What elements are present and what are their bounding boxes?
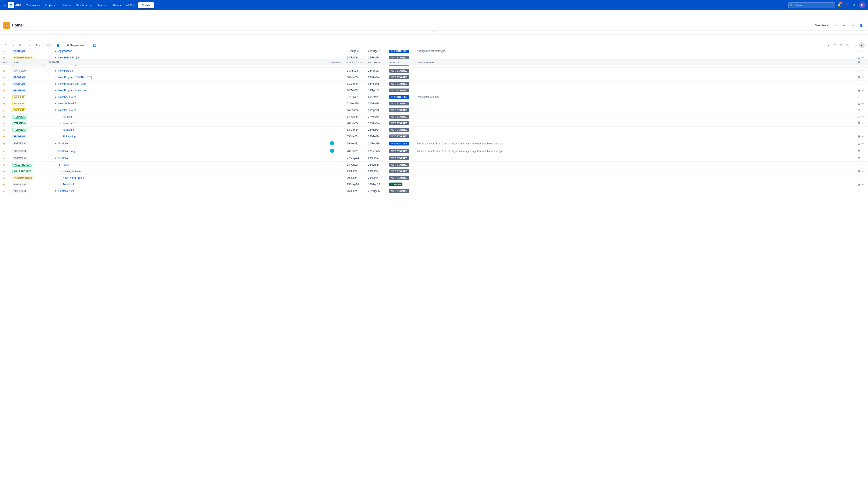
expand-icon[interactable]: — xyxy=(58,121,62,125)
row-name-link[interactable]: New SAFe ART xyxy=(59,102,76,105)
person-assign-button[interactable]: 👤 xyxy=(55,43,61,48)
status-badge[interactable]: NOT STARTED xyxy=(389,82,409,86)
star-icon[interactable]: ★ xyxy=(2,128,5,132)
status-badge[interactable]: NOT STARTED xyxy=(389,115,409,118)
more-action-icon[interactable]: ⋯ xyxy=(861,56,864,59)
row-name-link[interactable]: Iteration 3 xyxy=(63,128,74,131)
expand-icon[interactable]: ▶ xyxy=(54,142,58,146)
avatar-button[interactable]: JD xyxy=(859,2,866,9)
expand-icon[interactable]: ▶ xyxy=(58,163,62,167)
row-name-link[interactable]: Portfolio 1 xyxy=(63,183,74,186)
star-icon[interactable]: ★ xyxy=(2,142,5,145)
expand-icon[interactable]: ▶ xyxy=(54,82,58,86)
expand-icon[interactable]: — xyxy=(58,176,62,180)
nav-projects[interactable]: Projects▾ xyxy=(43,2,59,8)
row-name-link[interactable]: New Program (DOCBP-1575) xyxy=(59,76,92,79)
more-action-icon[interactable]: ⋯ xyxy=(861,183,864,186)
grid-action-icon[interactable]: ⊞ xyxy=(858,122,860,125)
row-name-link[interactable]: New Agile Project xyxy=(63,170,83,173)
share-button[interactable]: ↗ xyxy=(833,22,839,29)
star-icon[interactable]: ★ xyxy=(2,69,5,72)
row-name-link[interactable]: Portfolio - copy xyxy=(59,150,75,153)
page-title-chevron[interactable]: ▾ xyxy=(23,24,24,27)
expand-icon[interactable]: — xyxy=(58,135,62,138)
more-action-icon[interactable]: ⋯ xyxy=(861,163,864,166)
status-badge[interactable]: NOT STARTED xyxy=(389,176,409,180)
nav-teams[interactable]: Teams▾ xyxy=(95,2,109,8)
star-icon[interactable]: ★ xyxy=(2,108,5,112)
nav-apps[interactable]: Apps▾ xyxy=(124,2,136,8)
row-name-link[interactable]: New Portfolio xyxy=(59,69,73,72)
grid-action-icon[interactable]: ⊞ xyxy=(858,176,860,180)
help-button[interactable]: ❓ xyxy=(844,2,850,9)
star-icon[interactable]: ★ xyxy=(2,183,5,186)
more-action-icon[interactable]: ⋯ xyxy=(861,82,864,86)
more-action-icon[interactable]: ⋯ xyxy=(861,189,864,193)
more-toolbar-button[interactable]: ⋯ xyxy=(852,43,858,48)
expand-icon[interactable]: — xyxy=(58,169,62,173)
overview-button[interactable]: ⚏ Overview ▾ xyxy=(809,22,831,28)
search-toolbar-button[interactable]: 🔍 xyxy=(845,43,851,48)
more-action-icon[interactable]: ⋯ xyxy=(861,149,864,153)
star-icon[interactable]: ★ xyxy=(2,157,5,160)
status-badge[interactable]: NOT STARTED xyxy=(389,149,409,153)
row-name-link[interactable]: PI Planning xyxy=(63,135,76,138)
view-compact-button[interactable]: ≡ xyxy=(11,43,16,48)
more-action-icon[interactable]: ⋯ xyxy=(861,76,864,79)
person-button[interactable]: 👤 xyxy=(858,22,865,29)
more-action-icon[interactable]: ⋯ xyxy=(861,108,864,112)
collapse-arrow[interactable]: ▾ xyxy=(433,31,435,34)
expand-icon[interactable]: ▼ xyxy=(54,156,58,160)
view-button[interactable]: 👁 ▾ xyxy=(45,43,53,48)
grid-action-icon[interactable]: ⊞ xyxy=(858,76,860,79)
grid-action-icon[interactable]: ⊞ xyxy=(858,95,860,99)
more-action-icon[interactable]: ⋯ xyxy=(861,102,864,105)
status-badge[interactable]: NOT STARTED xyxy=(389,121,409,125)
expand-all-icon[interactable]: ⊞ xyxy=(49,61,51,64)
status-badge[interactable]: NOT STARTED xyxy=(389,108,409,112)
more-action-icon[interactable]: ⋯ xyxy=(861,135,864,138)
star-button[interactable]: ★ xyxy=(825,43,831,48)
status-badge[interactable]: NOT STARTED xyxy=(389,189,409,193)
grid-action-icon[interactable]: ⊞ xyxy=(858,108,860,112)
star-icon[interactable]: ★ xyxy=(2,89,5,92)
expand-icon[interactable]: ▼ xyxy=(54,189,58,193)
star-icon[interactable]: ★ xyxy=(2,102,5,105)
col-header-name[interactable]: ⊞ NAME xyxy=(46,59,328,66)
col-header-status[interactable]: STATUS xyxy=(387,59,414,66)
jira-logo[interactable]: Jira xyxy=(8,2,21,8)
row-name-link[interactable]: ALFA xyxy=(63,163,69,166)
more-action-icon[interactable]: ⋯ xyxy=(861,122,864,125)
status-badge[interactable]: NOT STARTED xyxy=(389,163,409,167)
notifications-button[interactable]: 🔔 9+ xyxy=(836,2,843,9)
more-action-icon[interactable]: ⋯ xyxy=(861,115,864,118)
star-icon[interactable]: ★ xyxy=(2,82,5,86)
status-badge[interactable]: NOT STARTED xyxy=(389,56,409,60)
expand-icon[interactable]: ▼ xyxy=(54,108,58,112)
expand-icon[interactable]: ▶ xyxy=(54,56,58,60)
row-name-link[interactable]: Iteration xyxy=(63,115,72,118)
view-board-button[interactable]: ⊞ xyxy=(17,43,23,48)
col-header-description[interactable]: DESCRIPTION xyxy=(414,59,855,66)
row-name-link[interactable]: New Program timeboxes xyxy=(59,89,86,92)
expand-icon[interactable]: ▶ xyxy=(54,95,58,99)
star-icon[interactable]: ★ xyxy=(2,149,5,153)
nav-filters[interactable]: Filters▾ xyxy=(60,2,73,8)
search-bar[interactable]: 🔍 xyxy=(788,2,835,8)
col-header-start[interactable]: START DATE xyxy=(344,59,365,66)
status-badge[interactable]: NOT STARTED xyxy=(389,128,409,132)
grid-action-icon[interactable]: ⊞ xyxy=(858,170,860,173)
grid-action-icon[interactable]: ⊞ xyxy=(858,157,860,160)
star-icon[interactable]: ★ xyxy=(2,189,5,193)
grid-action-icon[interactable]: ⊞ xyxy=(858,69,860,72)
row-name-link[interactable]: Portfolio 2024 xyxy=(59,190,74,192)
status-badge[interactable]: NOT STARTED xyxy=(389,88,409,92)
star-icon[interactable]: ★ xyxy=(2,176,5,180)
status-badge[interactable]: NOT STARTED xyxy=(389,156,409,160)
grid-action-icon[interactable]: ⊞ xyxy=(858,142,860,145)
expand-icon[interactable]: ▶ xyxy=(54,69,58,73)
row-name-link[interactable]: Aggregation xyxy=(59,50,72,53)
status-badge[interactable]: NOT STARTED xyxy=(389,102,409,105)
status-badge[interactable]: NOT STARTED xyxy=(389,75,409,79)
star-icon[interactable]: ★ xyxy=(2,170,5,173)
